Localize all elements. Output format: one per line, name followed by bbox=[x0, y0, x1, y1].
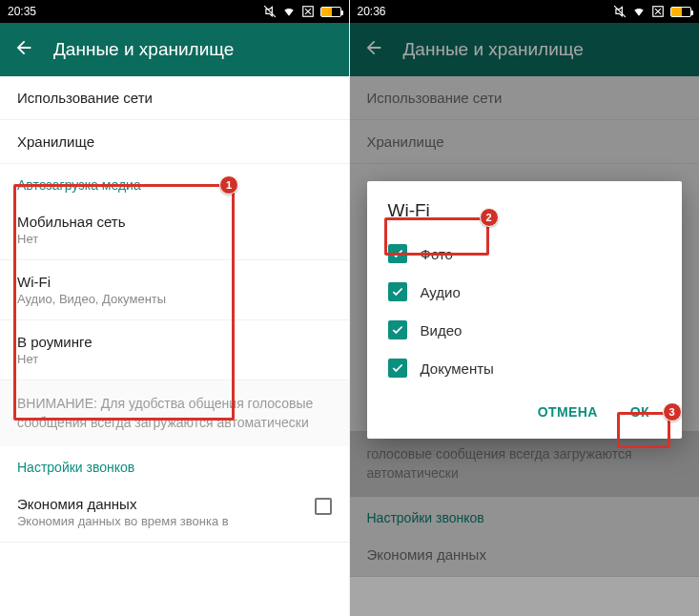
ok-button[interactable]: ОК bbox=[619, 397, 661, 427]
toolbar-title: Данные и хранилище bbox=[53, 39, 234, 60]
checkbox-checked-icon[interactable] bbox=[388, 320, 407, 339]
settings-list: Использование сети Хранилище Автозагрузк… bbox=[0, 76, 349, 543]
screenshot-left: 20:35 Данные и хранилище Использование с… bbox=[0, 0, 350, 616]
status-icons bbox=[613, 5, 691, 18]
option-video[interactable]: Видео bbox=[388, 311, 662, 349]
close-box-icon bbox=[301, 5, 315, 18]
row-subtitle: Аудио, Видео, Документы bbox=[17, 292, 332, 306]
row-subtitle: Экономия данных во время звонка в bbox=[17, 514, 229, 528]
status-time: 20:35 bbox=[8, 5, 36, 18]
status-bar: 20:35 bbox=[0, 0, 349, 23]
badge-3: 3 bbox=[663, 402, 682, 421]
option-audio[interactable]: Аудио bbox=[388, 273, 662, 311]
checkbox-checked-icon[interactable] bbox=[388, 282, 407, 301]
wifi-icon bbox=[282, 5, 296, 18]
battery-icon bbox=[320, 7, 341, 17]
row-subtitle: Нет bbox=[17, 232, 332, 246]
option-label: Видео bbox=[421, 322, 463, 339]
data-saver-checkbox[interactable] bbox=[315, 498, 332, 515]
section-autodownload: Автозагрузка медиа bbox=[0, 164, 349, 200]
row-title: Wi-Fi bbox=[17, 274, 332, 290]
status-bar: 20:36 bbox=[350, 0, 700, 23]
option-label: Фото bbox=[421, 246, 453, 262]
close-box-icon bbox=[651, 5, 665, 18]
section-call-settings: Настройки звонков bbox=[0, 446, 349, 483]
checkbox-checked-icon[interactable] bbox=[388, 359, 407, 378]
row-subtitle: Нет bbox=[17, 352, 332, 366]
battery-icon bbox=[670, 7, 691, 17]
checkbox-checked-icon[interactable] bbox=[388, 244, 407, 263]
toolbar: Данные и хранилище bbox=[0, 23, 349, 76]
option-label: Документы bbox=[421, 360, 494, 377]
option-label: Аудио bbox=[421, 284, 461, 300]
row-title: В роуминге bbox=[17, 334, 332, 350]
row-title: Экономия данных bbox=[17, 496, 229, 512]
screenshot-right: 20:36 Данные и хранилище Использование с… bbox=[350, 0, 700, 616]
cancel-button[interactable]: ОТМЕНА bbox=[526, 397, 609, 427]
status-icons bbox=[263, 5, 341, 18]
wifi-icon bbox=[632, 5, 646, 18]
row-wifi[interactable]: Wi-Fi Аудио, Видео, Документы bbox=[0, 260, 349, 320]
option-photo[interactable]: Фото bbox=[388, 235, 662, 273]
option-documents[interactable]: Документы bbox=[388, 349, 662, 387]
row-title: Мобильная сеть bbox=[17, 214, 332, 230]
row-network-usage[interactable]: Использование сети bbox=[0, 76, 349, 120]
badge-2: 2 bbox=[480, 208, 499, 227]
status-time: 20:36 bbox=[358, 5, 386, 18]
mute-icon bbox=[613, 5, 627, 18]
mute-icon bbox=[263, 5, 277, 18]
wifi-autodownload-dialog: Wi-Fi Фото Аудио Видео Документы ОТМЕНА … bbox=[367, 181, 683, 439]
voice-note-warning: ВНИМАНИЕ: Для удобства общения голосовые… bbox=[0, 380, 349, 446]
row-data-saver[interactable]: Экономия данных Экономия данных во время… bbox=[0, 483, 349, 543]
row-roaming[interactable]: В роуминге Нет bbox=[0, 320, 349, 380]
row-storage[interactable]: Хранилище bbox=[0, 120, 349, 164]
badge-1: 1 bbox=[219, 175, 238, 195]
row-mobile-data[interactable]: Мобильная сеть Нет bbox=[0, 200, 349, 260]
back-button[interactable] bbox=[13, 37, 34, 62]
dialog-title: Wi-Fi bbox=[388, 200, 662, 221]
